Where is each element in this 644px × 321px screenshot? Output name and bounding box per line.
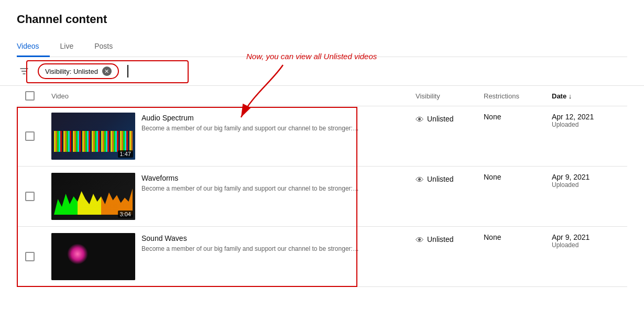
row2-checkbox-cell xyxy=(17,167,43,227)
th-restrictions: Restrictions xyxy=(475,86,543,106)
row3-visibility-cell: 👁 Unlisted xyxy=(407,227,475,287)
row2-visibility: 👁 Unlisted xyxy=(416,173,467,185)
filter-chip[interactable]: Visibility: Unlisted ✕ xyxy=(38,63,119,79)
eye-icon: 👁 xyxy=(416,236,424,245)
row3-checkbox[interactable] xyxy=(25,252,35,261)
row1-title[interactable]: Audio Spectrum xyxy=(141,114,359,122)
page-title: Channel content xyxy=(17,13,627,26)
row1-duration: 1:47 xyxy=(118,150,133,158)
th-date[interactable]: Date ↓ xyxy=(543,86,627,106)
row3-thumb-image xyxy=(51,233,135,280)
row1-restrictions-cell: None xyxy=(475,106,543,167)
filter-icon-button[interactable] xyxy=(17,64,31,79)
row1-description: Become a member of our big family and su… xyxy=(141,124,359,133)
row3-date-status: Uploaded xyxy=(552,241,619,249)
th-visibility: Visibility xyxy=(407,86,475,106)
eye-icon: 👁 xyxy=(416,175,424,185)
row1-video-cell: 1:47 Audio Spectrum Become a member of o… xyxy=(43,106,407,167)
row1-visibility-cell: 👁 Unlisted xyxy=(407,106,475,167)
row3-video-cell: Sound Waves Become a member of our big f… xyxy=(43,227,407,287)
row2-duration: 3:04 xyxy=(118,211,133,218)
page-header: Channel content Videos Live Posts xyxy=(0,0,644,57)
tabs-row: Videos Live Posts xyxy=(17,37,627,57)
row3-checkbox-cell xyxy=(17,227,43,287)
table-row: 1:47 Audio Spectrum Become a member of o… xyxy=(17,106,627,167)
row1-date-status: Uploaded xyxy=(552,121,619,128)
row2-video-info: 3:04 Waveforms Become a member of our bi… xyxy=(51,173,399,220)
row2-date: Apr 9, 2021 xyxy=(552,173,619,181)
table-header-row: Video Visibility Restrictions Date ↓ xyxy=(17,86,627,106)
row1-visibility-text: Unlisted xyxy=(427,115,454,123)
row3-title[interactable]: Sound Waves xyxy=(141,234,359,242)
row3-date: Apr 9, 2021 xyxy=(552,233,619,241)
row3-date-cell: Apr 9, 2021 Uploaded xyxy=(543,227,627,287)
row2-text-info: Waveforms Become a member of our big fam… xyxy=(141,173,359,193)
content-table: Video Visibility Restrictions Date ↓ xyxy=(17,86,627,287)
row1-video-info: 1:47 Audio Spectrum Become a member of o… xyxy=(51,113,399,160)
row1-text-info: Audio Spectrum Become a member of our bi… xyxy=(141,113,359,133)
row3-thumbnail[interactable] xyxy=(51,233,135,280)
filter-bar: Visibility: Unlisted ✕ xyxy=(0,57,644,86)
row3-description: Become a member of our big family and su… xyxy=(141,245,359,253)
table-wrapper: Video Visibility Restrictions Date ↓ xyxy=(0,86,644,287)
page-container: Channel content Videos Live Posts Now, y… xyxy=(0,0,644,321)
row2-visibility-text: Unlisted xyxy=(427,175,454,183)
filter-bar-wrapper: Visibility: Unlisted ✕ xyxy=(0,57,644,86)
row3-restrictions-text: None xyxy=(484,233,501,241)
row3-video-info: Sound Waves Become a member of our big f… xyxy=(51,233,399,280)
eye-icon: 👁 xyxy=(416,115,424,125)
close-icon: ✕ xyxy=(104,68,109,75)
row2-restrictions-text: None xyxy=(484,173,501,181)
tab-videos[interactable]: Videos xyxy=(17,37,50,57)
row2-thumbnail[interactable]: 3:04 xyxy=(51,173,135,220)
row3-visibility-text: Unlisted xyxy=(427,235,454,243)
filter-chip-text: Visibility: Unlisted xyxy=(45,68,98,75)
table-row: 3:04 Waveforms Become a member of our bi… xyxy=(17,167,627,227)
row2-date-status: Uploaded xyxy=(552,181,619,189)
row3-visibility: 👁 Unlisted xyxy=(416,233,467,245)
row2-visibility-cell: 👁 Unlisted xyxy=(407,167,475,227)
row1-date: Apr 12, 2021 xyxy=(552,113,619,121)
row1-visibility: 👁 Unlisted xyxy=(416,113,467,125)
th-video: Video xyxy=(43,86,407,106)
row1-date-cell: Apr 12, 2021 Uploaded xyxy=(543,106,627,167)
row2-date-cell: Apr 9, 2021 Uploaded xyxy=(543,167,627,227)
filter-chip-close-button[interactable]: ✕ xyxy=(102,67,112,76)
row3-text-info: Sound Waves Become a member of our big f… xyxy=(141,233,359,253)
row2-checkbox[interactable] xyxy=(25,192,35,201)
row1-checkbox-cell xyxy=(17,106,43,167)
row2-description: Become a member of our big family and su… xyxy=(141,184,359,193)
row1-checkbox[interactable] xyxy=(25,131,35,141)
table-row: Sound Waves Become a member of our big f… xyxy=(17,227,627,287)
row1-restrictions-text: None xyxy=(484,113,501,121)
tab-posts[interactable]: Posts xyxy=(84,37,123,57)
th-checkbox xyxy=(17,86,43,106)
filter-icon xyxy=(19,66,29,76)
tab-live[interactable]: Live xyxy=(50,37,84,57)
row2-video-cell: 3:04 Waveforms Become a member of our bi… xyxy=(43,167,407,227)
row2-title[interactable]: Waveforms xyxy=(141,174,359,182)
header-checkbox[interactable] xyxy=(25,91,35,101)
row2-restrictions-cell: None xyxy=(475,167,543,227)
row1-thumbnail[interactable]: 1:47 xyxy=(51,113,135,160)
filter-input-divider xyxy=(127,65,128,78)
row3-restrictions-cell: None xyxy=(475,227,543,287)
